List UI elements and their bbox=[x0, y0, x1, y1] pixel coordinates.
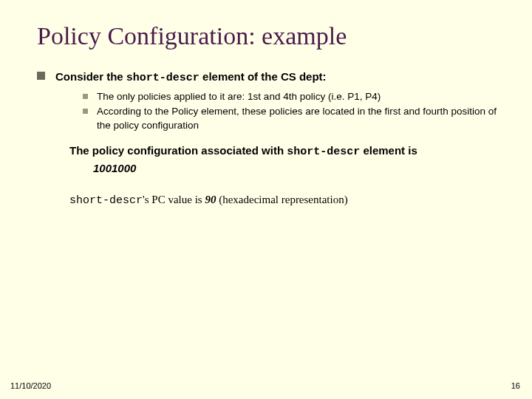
bullet-level2: According to the Policy element, these p… bbox=[83, 105, 502, 132]
bullet-level1-text: Consider the short-descr element of the … bbox=[55, 69, 327, 86]
pc-hex-value: 90 bbox=[205, 194, 216, 205]
square-bullet-icon bbox=[83, 94, 88, 99]
text-suffix: element is bbox=[360, 144, 417, 157]
pc-value-text: short-descr's PC value is 90 (hexadecima… bbox=[69, 194, 502, 207]
bullet-level1: Consider the short-descr element of the … bbox=[37, 69, 502, 86]
footer-page-number: 16 bbox=[511, 381, 520, 390]
text-tail: (hexadecimal representation) bbox=[216, 194, 347, 205]
bullet-level2: The only policies applied to it are: 1st… bbox=[83, 90, 502, 103]
bullet-level2-text: The only policies applied to it are: 1st… bbox=[97, 90, 381, 103]
square-bullet-icon bbox=[83, 109, 88, 114]
text-prefix: The policy configuration associated with bbox=[69, 144, 287, 157]
pc-value-statement: short-descr's PC value is 90 (hexadecima… bbox=[69, 194, 502, 207]
footer-date: 11/10/2020 bbox=[10, 381, 51, 390]
config-statement: The policy configuration associated with… bbox=[69, 143, 502, 177]
code-short-descr: short-descr bbox=[126, 72, 200, 84]
config-binary-value: 1001000 bbox=[93, 160, 502, 177]
config-statement-text: The policy configuration associated with… bbox=[69, 143, 502, 177]
slide-title: Policy Configuration: example bbox=[37, 22, 502, 50]
square-bullet-icon bbox=[37, 72, 45, 80]
pc-label: PC bbox=[151, 194, 165, 205]
text-mid: value is bbox=[166, 194, 205, 205]
bullet-level2-group: The only policies applied to it are: 1st… bbox=[83, 90, 502, 132]
text-mid: 's bbox=[143, 194, 151, 205]
code-short-descr: short-descr bbox=[287, 146, 360, 158]
text-suffix: element of the CS dept: bbox=[200, 70, 327, 83]
slide: Policy Configuration: example Consider t… bbox=[0, 0, 532, 399]
code-short-descr: short-descr bbox=[69, 194, 143, 207]
bullet-level2-text: According to the Policy element, these p… bbox=[97, 105, 502, 132]
text-prefix: Consider the bbox=[55, 70, 126, 83]
